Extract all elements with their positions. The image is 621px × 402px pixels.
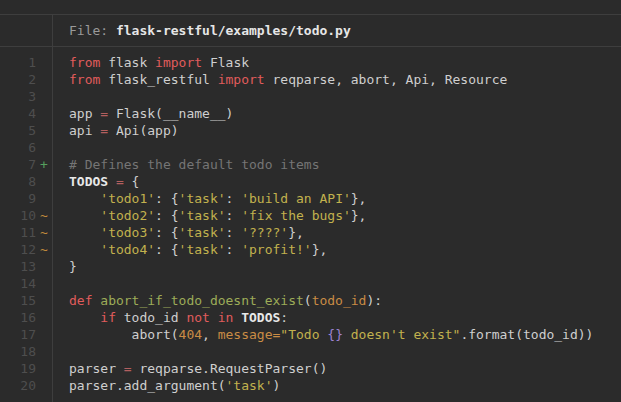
code-token: import xyxy=(218,72,265,87)
code-line: 'todo3': {'task': '????'}, xyxy=(69,224,621,241)
code-token: Api(app) xyxy=(108,123,178,138)
code-token: = xyxy=(100,123,108,138)
code-token: 'profit!' xyxy=(241,242,311,257)
code-token xyxy=(69,242,100,257)
code-token: }, xyxy=(351,191,367,206)
code-token: not xyxy=(186,310,209,325)
gutter-row: 9 xyxy=(0,190,52,207)
gutter-row: 17 xyxy=(0,326,52,343)
code-line: TODOS = { xyxy=(69,173,621,190)
line-number: 10 xyxy=(0,208,36,223)
code-line: from flask_restful import reqparse, abor… xyxy=(69,71,621,88)
gutter-row: 3 xyxy=(0,88,52,105)
gutter-row: 14 xyxy=(0,275,52,292)
file-label: File: xyxy=(69,23,108,38)
header-spacer xyxy=(108,23,116,38)
gutter-row: 18 xyxy=(0,343,52,360)
code-token: ) xyxy=(273,378,281,393)
gutter-row: 16 xyxy=(0,309,52,326)
code-token: : { xyxy=(155,225,178,240)
file-path: flask-restful/examples/todo.py xyxy=(116,23,351,38)
code-token: = xyxy=(124,361,132,376)
code-line: parser = reqparse.RequestParser() xyxy=(69,360,621,377)
line-number: 7 xyxy=(0,157,36,172)
code-token: app xyxy=(69,106,100,121)
code-line: app = Flask(__name__) xyxy=(69,105,621,122)
code-line: 'todo2': {'task': 'fix the bugs'}, xyxy=(69,207,621,224)
code-token: 'task' xyxy=(179,208,226,223)
gutter-row: 20 xyxy=(0,377,52,394)
gutter-row: 11~ xyxy=(0,224,52,241)
gutter-row: 1 xyxy=(0,54,52,71)
diff-viewer-window: File: flask-restful/examples/todo.py 123… xyxy=(0,0,621,402)
line-number: 8 xyxy=(0,174,36,189)
code-token: doesn't exist" xyxy=(343,327,460,342)
code-line: api = Api(app) xyxy=(69,122,621,139)
code-token: }, xyxy=(351,208,367,223)
line-number: 9 xyxy=(0,191,36,206)
code-token: abort_if_todo_doesnt_exist xyxy=(100,293,304,308)
line-number: 1 xyxy=(0,55,36,70)
code-token: 'todo4' xyxy=(100,242,155,257)
gutter-row: 15 xyxy=(0,292,52,309)
code-token: in xyxy=(218,310,234,325)
line-number: 2 xyxy=(0,72,36,87)
gutter-row: 19 xyxy=(0,360,52,377)
code-token: : xyxy=(280,310,288,325)
line-number: 4 xyxy=(0,106,36,121)
gutter-row: 10~ xyxy=(0,207,52,224)
line-number: 18 xyxy=(0,344,36,359)
code-token: 'task' xyxy=(179,191,226,206)
line-number: 3 xyxy=(0,89,36,104)
gutter-row: 7+ xyxy=(0,156,52,173)
code-token: todo_id xyxy=(116,310,186,325)
code-token: import xyxy=(155,55,202,70)
code-token: { xyxy=(124,174,140,189)
code-token: flask xyxy=(100,55,155,70)
line-number: 15 xyxy=(0,293,36,308)
code-token: : xyxy=(226,225,242,240)
gutter-row: 6 xyxy=(0,139,52,156)
code-token: def xyxy=(69,293,92,308)
code-token: = xyxy=(100,106,108,121)
gutter-row: 2 xyxy=(0,71,52,88)
code-token: 404 xyxy=(179,327,202,342)
code-token: 'task' xyxy=(179,242,226,257)
code-token xyxy=(69,191,100,206)
code-token: from xyxy=(69,72,100,87)
code-line xyxy=(69,343,621,360)
code-token: api xyxy=(69,123,100,138)
gutter-row: 13 xyxy=(0,258,52,275)
code-column: from flask import Flaskfrom flask_restfu… xyxy=(53,47,621,402)
code-token: 'build an API' xyxy=(241,191,351,206)
code-token xyxy=(69,208,100,223)
line-number: 17 xyxy=(0,327,36,342)
code-token: 'task' xyxy=(226,378,273,393)
line-number: 5 xyxy=(0,123,36,138)
code-line: abort(404, message="Todo {} doesn't exis… xyxy=(69,326,621,343)
code-area[interactable]: 1234567+8910~11~12~1314151617181920 from… xyxy=(0,47,621,402)
code-line: 'todo1': {'task': 'build an API'}, xyxy=(69,190,621,207)
line-number: 12 xyxy=(0,242,36,257)
code-token: : xyxy=(226,191,242,206)
line-number: 11 xyxy=(0,225,36,240)
code-token: }, xyxy=(312,242,328,257)
code-token: ): xyxy=(366,293,382,308)
code-token: : { xyxy=(155,242,178,257)
code-token: : xyxy=(226,242,242,257)
code-token: 'todo1' xyxy=(100,191,155,206)
code-line: def abort_if_todo_doesnt_exist(todo_id): xyxy=(69,292,621,309)
line-number: 20 xyxy=(0,378,36,393)
code-token: flask_restful xyxy=(100,72,217,87)
gutter-column: 1234567+8910~11~12~1314151617181920 xyxy=(0,47,53,402)
line-number: 6 xyxy=(0,140,36,155)
code-line: # Defines the default todo items xyxy=(69,156,621,173)
code-line: from flask import Flask xyxy=(69,54,621,71)
code-token: 'task' xyxy=(179,225,226,240)
code-token: reqparse.RequestParser() xyxy=(132,361,328,376)
code-token: TODOS xyxy=(241,310,280,325)
code-token: # Defines the default todo items xyxy=(69,157,319,172)
code-token: : { xyxy=(155,191,178,206)
code-token xyxy=(69,310,100,325)
code-token: message= xyxy=(218,327,281,342)
